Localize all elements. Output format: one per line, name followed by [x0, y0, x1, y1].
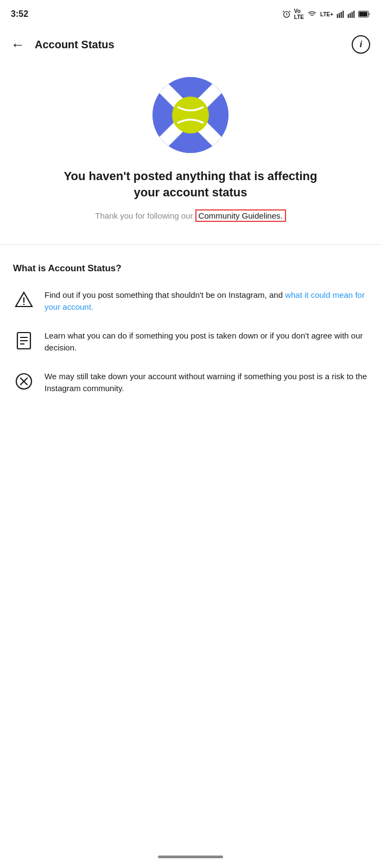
battery-icon [358, 10, 370, 18]
svg-rect-8 [353, 11, 354, 18]
info-item-3: We may still take down your account with… [13, 371, 368, 395]
warning-triangle-icon [13, 289, 35, 311]
svg-rect-3 [341, 12, 342, 18]
svg-rect-1 [337, 14, 338, 18]
status-time: 3:52 [11, 9, 28, 19]
info-button[interactable]: i [352, 35, 370, 54]
info-section-title: What is Account Status? [13, 263, 368, 274]
doc-icon [14, 331, 34, 350]
page-title: Account Status [35, 39, 352, 51]
x-circle-icon [14, 372, 34, 391]
community-guidelines-link[interactable]: Community Guidelines. [195, 209, 286, 222]
info-item-1-text: Find out if you post something that shou… [45, 289, 368, 314]
triangle-icon [14, 290, 34, 310]
wifi-icon [307, 10, 317, 18]
svg-point-16 [23, 304, 25, 305]
svg-rect-4 [342, 11, 344, 18]
info-item-3-text: We may still take down your account with… [45, 371, 368, 395]
svg-rect-10 [359, 12, 367, 16]
status-bar: 3:52 VoLTE LTE+ [0, 0, 381, 28]
hero-subtitle: Thank you for following our Community Gu… [95, 210, 285, 222]
info-item-2: Learn what you can do if something you p… [13, 330, 368, 354]
volte-icon: VoLTE [294, 8, 304, 20]
signal1-icon [336, 10, 344, 18]
back-button[interactable]: ← [11, 37, 25, 52]
info-section: What is Account Status? Find out if you … [0, 250, 381, 427]
tennis-shield-icon [153, 77, 228, 153]
svg-rect-2 [339, 13, 340, 18]
signal2-icon [347, 10, 355, 18]
status-icon-container [153, 77, 228, 153]
nav-bar: ← Account Status i [0, 28, 381, 61]
lte-icon: LTE+ [320, 11, 333, 17]
hero-subtitle-prefix: Thank you for following our [95, 211, 195, 220]
document-icon [13, 330, 35, 352]
svg-rect-7 [352, 12, 353, 18]
info-item-1: Find out if you post something that shou… [13, 289, 368, 314]
svg-point-14 [172, 97, 209, 133]
section-divider [0, 244, 381, 245]
bottom-nav-indicator [158, 856, 223, 858]
svg-rect-6 [350, 13, 351, 18]
status-icons: VoLTE LTE+ [282, 8, 370, 20]
alarm-icon [282, 10, 291, 18]
hero-title: You haven't posted anything that is affe… [55, 168, 326, 200]
hero-section: You haven't posted anything that is affe… [0, 61, 381, 239]
circle-x-icon [13, 371, 35, 392]
info-item-2-text: Learn what you can do if something you p… [45, 330, 368, 354]
svg-rect-5 [348, 14, 349, 18]
